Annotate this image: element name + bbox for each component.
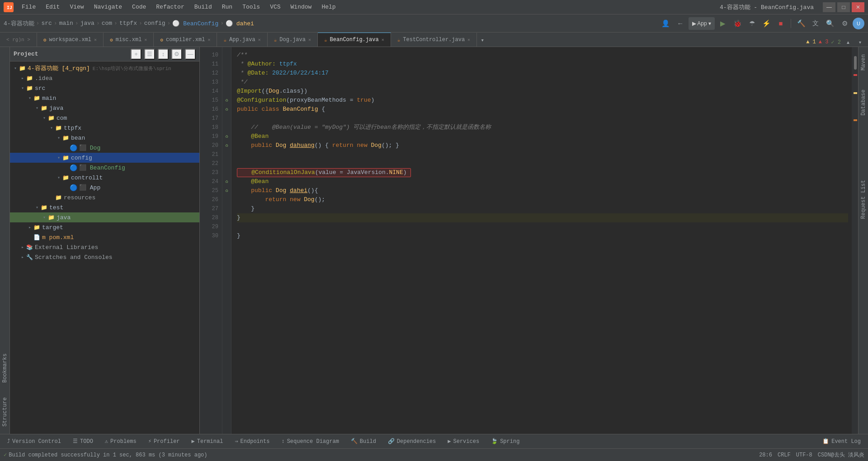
tab-close-icon[interactable]: ✕ (467, 37, 470, 42)
maven-panel-tab[interactable]: Maven (859, 52, 868, 73)
build-btn[interactable]: 🔨 (795, 17, 807, 30)
breadcrumb-beanconfig[interactable]: ⚪ BeanConfig (172, 20, 218, 27)
menu-help[interactable]: Help (317, 2, 340, 12)
bottom-tab-version-control[interactable]: ⤴ Version Control (2, 436, 66, 447)
tree-item-config[interactable]: ▾ 📁 config (10, 153, 199, 163)
bottom-tab-services[interactable]: ▶ Services (442, 436, 485, 447)
project-list-btn[interactable]: ☰ (144, 49, 155, 60)
tree-item-controllt[interactable]: ▾ 📁 controllt (10, 173, 199, 183)
menu-view[interactable]: View (65, 2, 88, 12)
breadcrumb-root[interactable]: 4-容器功能 (4, 19, 34, 28)
request-list-panel-tab[interactable]: Request List (859, 177, 868, 221)
stop-btn[interactable]: ■ (774, 17, 787, 30)
tree-item-idea[interactable]: ▸ 📁 .idea (10, 73, 199, 83)
bottom-tab-sequence[interactable]: ↕ Sequence Diagram (276, 436, 344, 447)
breadcrumb-com[interactable]: com (102, 20, 112, 27)
structure-panel-tab[interactable]: Structure (1, 395, 9, 429)
tree-item-java-test[interactable]: ▾ 📁 java (10, 212, 199, 222)
coverage-btn[interactable]: ☂ (745, 17, 758, 30)
tab-app-java[interactable]: ☕ App.java ✕ (217, 33, 267, 47)
debug-btn[interactable]: 🐞 (731, 17, 744, 30)
tab-close-active-icon[interactable]: ✕ (382, 37, 384, 42)
tab-misc-xml[interactable]: ⚙ misc.xml ✕ (104, 33, 154, 47)
menu-refactor[interactable]: Refactor (151, 2, 189, 12)
bottom-tab-problems[interactable]: ⚠ Problems (99, 436, 142, 447)
user-icon[interactable]: 👤 (660, 17, 672, 30)
menu-vcs[interactable]: VCS (265, 2, 285, 12)
search-btn[interactable]: 🔍 (824, 17, 836, 30)
counter-up-btn[interactable]: ▲ (844, 38, 853, 47)
bottom-tab-todo[interactable]: ☰ TODO (67, 436, 99, 447)
tree-item-bean[interactable]: ▾ 📁 bean (10, 133, 199, 143)
menu-run[interactable]: Run (217, 2, 237, 12)
tab-close-icon[interactable]: ✕ (144, 37, 147, 42)
translate-icon[interactable]: 文 (809, 17, 822, 30)
bookmarks-panel-tab[interactable]: Bookmarks (1, 351, 9, 386)
tree-item-com[interactable]: ▾ 📁 com (10, 113, 199, 123)
bottom-tab-event-log[interactable]: 📋 Event Log (817, 436, 866, 447)
tree-item-resources[interactable]: 📁 resources (10, 193, 199, 202)
menu-tools[interactable]: Tools (238, 2, 264, 12)
tree-item-main[interactable]: ▾ 📁 main (10, 93, 199, 103)
tree-item-dog[interactable]: 🔵 ⬛ Dog (10, 143, 199, 153)
minimize-button[interactable]: — (823, 2, 835, 12)
back-btn[interactable]: ← (674, 17, 687, 30)
tree-item-root[interactable]: ▾ 📁 4-容器功能 [4_rqgn] E:\hsp培训\分布式微服务\spri… (10, 63, 199, 73)
close-button[interactable]: ✕ (852, 2, 864, 12)
tab-close-icon[interactable]: ✕ (94, 37, 97, 42)
code-content[interactable]: /** * @Author: ttpfx * @Date: 2022/10/22… (231, 47, 852, 434)
tree-item-test[interactable]: ▾ 📁 test (10, 202, 199, 212)
breadcrumb-dahei[interactable]: ⚪ dahei (226, 20, 254, 27)
status-encoding[interactable]: UTF-8 (796, 452, 812, 458)
project-sort-btn[interactable]: ↕ (158, 49, 169, 60)
tab-dog-java[interactable]: ☕ Dog.java ✕ (268, 33, 318, 47)
breadcrumb-ttpfx[interactable]: ttpfx (119, 20, 137, 27)
tree-item-java-main[interactable]: ▾ 📁 java (10, 103, 199, 113)
menu-code[interactable]: Code (127, 2, 151, 12)
maximize-button[interactable]: □ (837, 2, 850, 12)
tab-testcontroller-java[interactable]: ☕ TestController.java ✕ (391, 33, 477, 47)
tab-recents[interactable]: < rg)n > (0, 33, 37, 47)
menu-file[interactable]: File (17, 2, 40, 12)
menu-window[interactable]: Window (286, 2, 316, 12)
app-btn[interactable]: ▶ App ▾ (689, 17, 715, 30)
bottom-tab-build[interactable]: 🔨 Build (345, 436, 382, 447)
settings-icon[interactable]: ⚙ (838, 17, 851, 30)
breadcrumb-main[interactable]: main (59, 20, 73, 27)
avatar-btn[interactable]: U (853, 18, 864, 29)
tab-compiler-xml[interactable]: ⚙ compiler.xml ✕ (154, 33, 217, 47)
tree-item-ttpfx[interactable]: ▾ 📁 ttpfx (10, 123, 199, 133)
breadcrumb-src[interactable]: src (41, 20, 52, 27)
tab-workspace-xml[interactable]: ⚙ workspace.xml ✕ (37, 33, 104, 47)
menu-build[interactable]: Build (190, 2, 217, 12)
counter-down-btn[interactable]: ▾ (855, 38, 864, 47)
breadcrumb-config[interactable]: config (144, 20, 165, 27)
tree-item-target[interactable]: ▸ 📁 target (10, 222, 199, 232)
run-btn[interactable]: ▶ (717, 17, 729, 30)
tab-close-icon[interactable]: ✕ (258, 37, 261, 42)
tab-more-button[interactable]: ▾ (477, 34, 488, 47)
project-add-btn[interactable]: + (131, 49, 142, 60)
bottom-tab-dependencies[interactable]: 🔗 Dependencies (382, 436, 441, 447)
tree-item-scratches[interactable]: ▸ 🔧 Scratches and Consoles (10, 252, 199, 262)
code-editor[interactable]: 10 11 12 13 14 15 16 17 18 19 20 21 22 2… (200, 47, 858, 434)
tree-item-beanconfig[interactable]: 🔵 ⬛ BeanConfig (10, 163, 199, 173)
tree-item-ext-libs[interactable]: ▸ 📚 External Libraries (10, 242, 199, 252)
database-panel-tab[interactable]: Database (859, 87, 868, 118)
bottom-tab-profiler[interactable]: ⚡ Profiler (143, 436, 185, 447)
tab-beanconfig-java[interactable]: ☕ BeanConfig.java ✕ (318, 33, 391, 47)
breadcrumb-java[interactable]: java (80, 20, 94, 27)
bottom-tab-spring[interactable]: 🍃 Spring (486, 436, 525, 447)
profiler-btn[interactable]: ⚡ (760, 17, 773, 30)
project-collapse-btn[interactable]: — (185, 49, 196, 60)
bottom-tab-terminal[interactable]: ▶ Terminal (186, 436, 229, 447)
menu-navigate[interactable]: Navigate (90, 2, 127, 12)
project-settings-btn[interactable]: ⚙ (171, 49, 182, 60)
menu-edit[interactable]: Edit (41, 2, 64, 12)
tab-close-icon[interactable]: ✕ (308, 37, 311, 42)
tab-close-icon[interactable]: ✕ (208, 37, 210, 42)
tree-item-app[interactable]: 🔵 ⬛ App (10, 183, 199, 193)
bottom-tab-endpoints[interactable]: ⇒ Endpoints (229, 436, 275, 447)
tree-item-pom[interactable]: 📄 m pom.xml (10, 232, 199, 242)
status-line-ending[interactable]: CRLF (778, 452, 791, 458)
